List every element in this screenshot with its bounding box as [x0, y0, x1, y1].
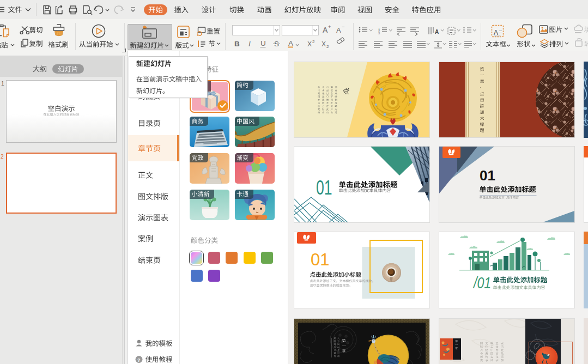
svg-text:01: 01 [311, 250, 329, 269]
svg-text:01: 01 [480, 167, 495, 184]
